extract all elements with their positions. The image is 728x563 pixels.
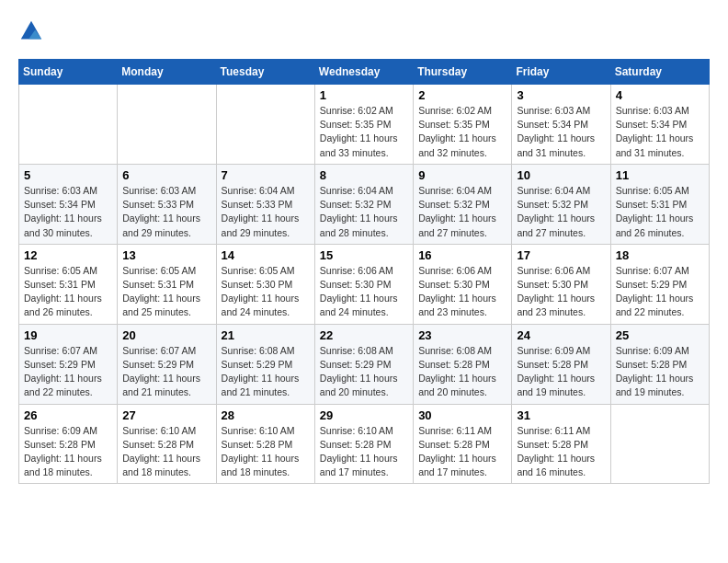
calendar-cell: 27Sunrise: 6:10 AM Sunset: 5:28 PM Dayli… [118,404,216,484]
day-info: Sunrise: 6:06 AM Sunset: 5:30 PM Dayligh… [418,264,506,320]
calendar-cell: 15Sunrise: 6:06 AM Sunset: 5:30 PM Dayli… [314,244,413,324]
day-number: 13 [122,248,210,262]
calendar-week-row: 12Sunrise: 6:05 AM Sunset: 5:31 PM Dayli… [19,244,710,324]
day-number: 10 [517,168,605,182]
day-number: 4 [616,88,704,102]
calendar-cell: 3Sunrise: 6:03 AM Sunset: 5:34 PM Daylig… [512,85,610,165]
calendar-cell: 12Sunrise: 6:05 AM Sunset: 5:31 PM Dayli… [19,244,118,324]
day-number: 1 [320,88,408,102]
day-number: 31 [517,408,605,422]
weekday-header-row: SundayMondayTuesdayWednesdayThursdayFrid… [19,60,710,85]
calendar-cell [216,85,314,165]
day-info: Sunrise: 6:10 AM Sunset: 5:28 PM Dayligh… [122,424,210,480]
day-info: Sunrise: 6:07 AM Sunset: 5:29 PM Dayligh… [616,264,704,320]
day-number: 2 [418,88,506,102]
day-number: 21 [222,328,310,342]
day-number: 28 [222,408,310,422]
day-info: Sunrise: 6:09 AM Sunset: 5:28 PM Dayligh… [24,424,112,480]
weekday-header-monday: Monday [118,60,216,85]
day-info: Sunrise: 6:11 AM Sunset: 5:28 PM Dayligh… [418,424,506,480]
calendar-cell [610,404,709,484]
day-number: 14 [222,248,310,262]
calendar-cell: 29Sunrise: 6:10 AM Sunset: 5:28 PM Dayli… [314,404,413,484]
day-number: 12 [24,248,112,262]
calendar-cell: 26Sunrise: 6:09 AM Sunset: 5:28 PM Dayli… [19,404,118,484]
day-info: Sunrise: 6:06 AM Sunset: 5:30 PM Dayligh… [517,264,605,320]
weekday-header-sunday: Sunday [19,60,118,85]
calendar-cell: 17Sunrise: 6:06 AM Sunset: 5:30 PM Dayli… [512,244,610,324]
weekday-header-friday: Friday [512,60,610,85]
day-info: Sunrise: 6:03 AM Sunset: 5:34 PM Dayligh… [24,184,112,240]
weekday-header-tuesday: Tuesday [216,60,314,85]
day-info: Sunrise: 6:07 AM Sunset: 5:29 PM Dayligh… [122,344,210,400]
calendar-cell: 7Sunrise: 6:04 AM Sunset: 5:33 PM Daylig… [216,164,314,244]
day-info: Sunrise: 6:05 AM Sunset: 5:31 PM Dayligh… [122,264,210,320]
calendar-cell: 22Sunrise: 6:08 AM Sunset: 5:29 PM Dayli… [314,324,413,404]
day-number: 18 [616,248,704,262]
calendar-cell: 1Sunrise: 6:02 AM Sunset: 5:35 PM Daylig… [314,85,413,165]
day-number: 24 [517,328,605,342]
day-number: 26 [24,408,112,422]
day-number: 11 [616,168,704,182]
day-info: Sunrise: 6:03 AM Sunset: 5:34 PM Dayligh… [517,104,605,160]
day-info: Sunrise: 6:11 AM Sunset: 5:28 PM Dayligh… [517,424,605,480]
calendar-week-row: 19Sunrise: 6:07 AM Sunset: 5:29 PM Dayli… [19,324,710,404]
day-number: 25 [616,328,704,342]
calendar-cell: 24Sunrise: 6:09 AM Sunset: 5:28 PM Dayli… [512,324,610,404]
day-info: Sunrise: 6:06 AM Sunset: 5:30 PM Dayligh… [320,264,408,320]
calendar-cell: 11Sunrise: 6:05 AM Sunset: 5:31 PM Dayli… [610,164,709,244]
day-info: Sunrise: 6:10 AM Sunset: 5:28 PM Dayligh… [222,424,310,480]
calendar-cell: 21Sunrise: 6:08 AM Sunset: 5:29 PM Dayli… [216,324,314,404]
calendar-cell: 6Sunrise: 6:03 AM Sunset: 5:33 PM Daylig… [118,164,216,244]
day-info: Sunrise: 6:04 AM Sunset: 5:33 PM Dayligh… [222,184,310,240]
day-info: Sunrise: 6:03 AM Sunset: 5:34 PM Dayligh… [616,104,704,160]
day-number: 29 [320,408,408,422]
calendar-cell: 20Sunrise: 6:07 AM Sunset: 5:29 PM Dayli… [118,324,216,404]
calendar-cell: 28Sunrise: 6:10 AM Sunset: 5:28 PM Dayli… [216,404,314,484]
calendar-week-row: 26Sunrise: 6:09 AM Sunset: 5:28 PM Dayli… [19,404,710,484]
calendar-cell: 5Sunrise: 6:03 AM Sunset: 5:34 PM Daylig… [19,164,118,244]
day-number: 9 [418,168,506,182]
calendar-table: SundayMondayTuesdayWednesdayThursdayFrid… [18,59,710,484]
weekday-header-saturday: Saturday [610,60,709,85]
day-info: Sunrise: 6:09 AM Sunset: 5:28 PM Dayligh… [517,344,605,400]
calendar-cell: 13Sunrise: 6:05 AM Sunset: 5:31 PM Dayli… [118,244,216,324]
calendar-cell: 23Sunrise: 6:08 AM Sunset: 5:28 PM Dayli… [414,324,512,404]
day-number: 5 [24,168,112,182]
day-number: 23 [418,328,506,342]
day-info: Sunrise: 6:02 AM Sunset: 5:35 PM Dayligh… [418,104,506,160]
day-info: Sunrise: 6:03 AM Sunset: 5:33 PM Dayligh… [122,184,210,240]
day-info: Sunrise: 6:08 AM Sunset: 5:29 PM Dayligh… [222,344,310,400]
day-info: Sunrise: 6:08 AM Sunset: 5:29 PM Dayligh… [320,344,408,400]
calendar-cell: 18Sunrise: 6:07 AM Sunset: 5:29 PM Dayli… [610,244,709,324]
day-info: Sunrise: 6:04 AM Sunset: 5:32 PM Dayligh… [418,184,506,240]
day-number: 27 [122,408,210,422]
calendar-week-row: 1Sunrise: 6:02 AM Sunset: 5:35 PM Daylig… [19,85,710,165]
day-info: Sunrise: 6:07 AM Sunset: 5:29 PM Dayligh… [24,344,112,400]
calendar-week-row: 5Sunrise: 6:03 AM Sunset: 5:34 PM Daylig… [19,164,710,244]
calendar-cell: 4Sunrise: 6:03 AM Sunset: 5:34 PM Daylig… [610,85,709,165]
logo-icon [18,18,44,44]
day-number: 6 [122,168,210,182]
day-info: Sunrise: 6:05 AM Sunset: 5:30 PM Dayligh… [222,264,310,320]
calendar-cell: 10Sunrise: 6:04 AM Sunset: 5:32 PM Dayli… [512,164,610,244]
day-number: 20 [122,328,210,342]
calendar-cell: 14Sunrise: 6:05 AM Sunset: 5:30 PM Dayli… [216,244,314,324]
calendar-cell: 2Sunrise: 6:02 AM Sunset: 5:35 PM Daylig… [414,85,512,165]
day-info: Sunrise: 6:09 AM Sunset: 5:28 PM Dayligh… [616,344,704,400]
day-number: 17 [517,248,605,262]
calendar-cell: 31Sunrise: 6:11 AM Sunset: 5:28 PM Dayli… [512,404,610,484]
day-info: Sunrise: 6:05 AM Sunset: 5:31 PM Dayligh… [24,264,112,320]
calendar-cell: 19Sunrise: 6:07 AM Sunset: 5:29 PM Dayli… [19,324,118,404]
day-number: 30 [418,408,506,422]
day-number: 16 [418,248,506,262]
page-header [18,18,710,44]
calendar-cell: 9Sunrise: 6:04 AM Sunset: 5:32 PM Daylig… [414,164,512,244]
day-info: Sunrise: 6:02 AM Sunset: 5:35 PM Dayligh… [320,104,408,160]
day-number: 8 [320,168,408,182]
calendar-cell: 8Sunrise: 6:04 AM Sunset: 5:32 PM Daylig… [314,164,413,244]
weekday-header-wednesday: Wednesday [314,60,413,85]
day-info: Sunrise: 6:04 AM Sunset: 5:32 PM Dayligh… [517,184,605,240]
day-info: Sunrise: 6:10 AM Sunset: 5:28 PM Dayligh… [320,424,408,480]
day-number: 3 [517,88,605,102]
